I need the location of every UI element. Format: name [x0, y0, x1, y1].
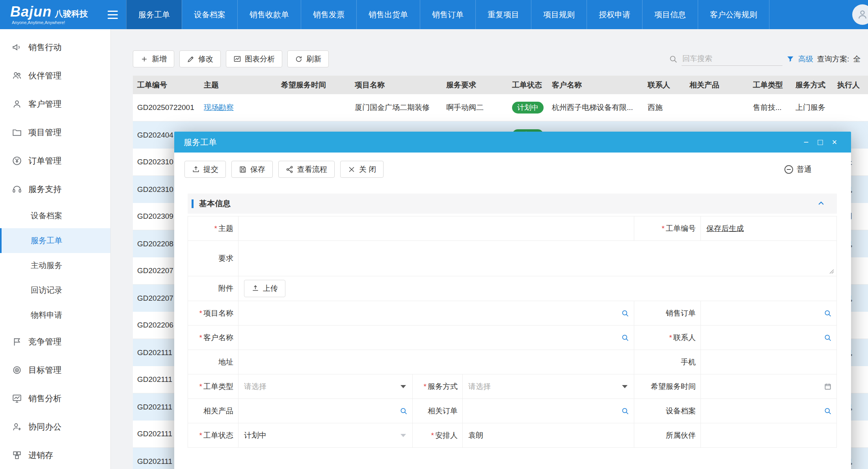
save-button[interactable]: 保存	[231, 161, 273, 178]
user-avatar[interactable]	[852, 4, 868, 25]
sidebar-item-collaboration[interactable]: 协同办公	[0, 413, 110, 441]
product-search-icon[interactable]	[400, 407, 408, 415]
sidebar-subitem-service-order[interactable]: 服务工单	[0, 228, 110, 253]
sidebar-subitem-device-archive[interactable]: 设备档案	[0, 203, 110, 228]
header-subject[interactable]: 主题	[199, 80, 277, 90]
status-select[interactable]: 计划中	[238, 423, 413, 448]
close-x-icon	[348, 166, 356, 173]
header-order-id[interactable]: 工单编号	[133, 80, 199, 90]
top-navbar: Bajun 八骏科技 Anyone,Anytime,Anywhere! 服务工单…	[0, 0, 868, 29]
expected-time-input[interactable]	[701, 374, 837, 399]
brand-name-cn: 八骏科技	[55, 9, 88, 18]
sidebar-item-customers[interactable]: 客户管理	[0, 90, 110, 118]
dropdown-caret-icon	[400, 385, 406, 388]
advanced-search-link[interactable]: 高级	[798, 54, 813, 64]
nav-tab-authorization[interactable]: 授权申请	[587, 0, 642, 29]
query-plan-value[interactable]: 全	[853, 54, 861, 64]
header-project[interactable]: 项目名称	[350, 80, 442, 90]
nav-tab-public-sea-rules[interactable]: 客户公海规则	[698, 0, 769, 29]
search-input[interactable]	[682, 52, 782, 66]
contact-search-icon[interactable]	[824, 334, 832, 342]
table-row[interactable]: GD20250722001 现场勘察 厦门国金广场二期装修 啊手动阀二 计划中 …	[133, 94, 868, 121]
upload-button[interactable]: 上传	[244, 280, 285, 297]
folder-icon	[12, 127, 22, 138]
header-expected-time[interactable]: 希望服务时间	[277, 80, 350, 90]
collapse-icon[interactable]	[817, 200, 825, 208]
hamburger-menu-icon[interactable]	[99, 0, 126, 29]
project-search-icon[interactable]	[621, 309, 629, 317]
sidebar-subitem-material-request[interactable]: 物料申请	[0, 303, 110, 328]
nav-tab-shipment[interactable]: 销售出货单	[356, 0, 420, 29]
maximize-icon[interactable]: □	[813, 138, 827, 147]
subject-input[interactable]	[238, 216, 634, 241]
device-input[interactable]	[701, 399, 837, 423]
device-search-icon[interactable]	[824, 407, 832, 415]
nav-tab-receipt[interactable]: 销售收款单	[237, 0, 301, 29]
resize-handle-icon[interactable]	[829, 268, 835, 274]
header-product[interactable]: 相关产品	[685, 80, 749, 90]
customer-search-icon[interactable]	[621, 334, 629, 342]
header-service-method[interactable]: 服务方式	[791, 80, 833, 90]
add-button[interactable]: 新增	[133, 50, 174, 67]
mobile-input[interactable]	[701, 350, 837, 374]
subject-link[interactable]: 现场勘察	[204, 103, 234, 112]
address-input[interactable]	[238, 350, 634, 374]
filter-icon[interactable]	[786, 55, 794, 63]
header-customer[interactable]: 客户名称	[548, 80, 643, 90]
project-input[interactable]	[238, 301, 634, 326]
product-input[interactable]	[238, 399, 413, 423]
refresh-button[interactable]: 刷新	[287, 50, 329, 67]
related-order-label: 相关订单	[413, 399, 463, 423]
sidebar-item-goals[interactable]: 目标管理	[0, 356, 110, 384]
flag-icon	[12, 337, 22, 347]
sidebar-item-competition[interactable]: 竞争管理	[0, 328, 110, 356]
product-label: 相关产品	[188, 399, 238, 423]
submit-button[interactable]: 提交	[184, 161, 226, 178]
sidebar-subitem-proactive-service[interactable]: 主动服务	[0, 253, 110, 278]
sidebar-item-partners[interactable]: 伙伴管理	[0, 61, 110, 90]
header-executor[interactable]: 执行人	[833, 80, 868, 90]
sidebar-item-orders[interactable]: 订单管理	[0, 147, 110, 175]
modal-header[interactable]: 服务工单 − □ ×	[174, 132, 851, 153]
sidebar-item-service-support[interactable]: 服务支持	[0, 175, 110, 203]
section-title: 基本信息	[199, 198, 817, 209]
header-contact[interactable]: 联系人	[643, 80, 685, 90]
requirement-textarea[interactable]	[238, 241, 837, 276]
nav-tab-service-order[interactable]: 服务工单	[126, 0, 182, 29]
edit-button[interactable]: 修改	[179, 50, 221, 67]
sidebar-item-inventory[interactable]: 进销存	[0, 441, 110, 469]
sales-order-search-icon[interactable]	[824, 309, 832, 317]
sidebar-subitem-visit-records[interactable]: 回访记录	[0, 278, 110, 303]
calendar-icon[interactable]	[824, 383, 832, 391]
chart-analysis-button[interactable]: 图表分析	[226, 50, 282, 67]
customer-input[interactable]	[238, 326, 634, 350]
nav-tab-project-info[interactable]: 项目信息	[642, 0, 698, 29]
related-order-input[interactable]	[463, 399, 634, 423]
partner-input[interactable]	[701, 423, 837, 448]
nav-tab-invoice[interactable]: 销售发票	[301, 0, 356, 29]
close-icon[interactable]: ×	[827, 138, 842, 147]
contact-input[interactable]	[701, 326, 837, 350]
header-status[interactable]: 工单状态	[508, 80, 548, 90]
close-button[interactable]: 关 闭	[340, 161, 384, 178]
view-flow-button[interactable]: 查看流程	[278, 161, 335, 178]
nav-tab-sales-order[interactable]: 销售订单	[420, 0, 475, 29]
priority-toggle[interactable]: 普通	[784, 161, 812, 178]
related-order-search-icon[interactable]	[621, 407, 629, 415]
order-type-label: 工单类型	[188, 374, 238, 399]
sidebar-item-projects[interactable]: 项目管理	[0, 118, 110, 147]
nav-tab-project-rules[interactable]: 项目规则	[531, 0, 587, 29]
sidebar-item-sales-analysis[interactable]: 销售分析	[0, 384, 110, 413]
sales-order-input[interactable]	[701, 301, 837, 326]
list-toolbar: 新增 修改 图表分析 刷新	[133, 50, 329, 67]
order-type-select[interactable]: 请选择	[238, 374, 413, 399]
assigner-field[interactable]: 袁朗	[463, 423, 634, 448]
nav-tab-repeat-project[interactable]: 重复项目	[475, 0, 531, 29]
header-requirement[interactable]: 服务要求	[442, 80, 508, 90]
order-no-field: 保存后生成	[701, 216, 837, 241]
service-method-select[interactable]: 请选择	[463, 374, 634, 399]
sidebar-item-sales-action[interactable]: 销售行动	[0, 33, 110, 61]
minimize-icon[interactable]: −	[799, 138, 813, 147]
header-order-type[interactable]: 工单类型	[749, 80, 791, 90]
nav-tab-device-archive[interactable]: 设备档案	[182, 0, 237, 29]
